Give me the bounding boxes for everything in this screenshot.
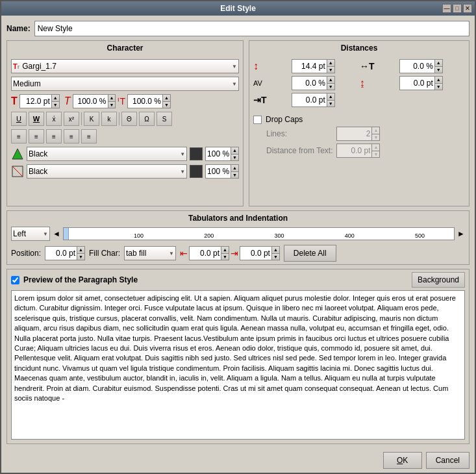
il-down[interactable]: ▼ <box>221 254 229 260</box>
character-panel-body: Tr Gargi_1.7 ▼ Medium ▼ <box>7 55 243 182</box>
distance-label: Distance from Text: <box>266 146 332 155</box>
shadow-button[interactable]: S <box>157 112 172 126</box>
name-input[interactable] <box>34 21 470 36</box>
indent-up[interactable]: ▲ <box>327 94 334 101</box>
scale1-up-button[interactable]: ▲ <box>108 95 116 102</box>
style-combo[interactable]: Medium ▼ <box>11 77 239 91</box>
size-up-button[interactable]: ▲ <box>52 95 59 102</box>
scale1-input[interactable] <box>73 94 108 108</box>
scale2-spin-buttons: ▲ ▼ <box>163 94 171 108</box>
size-down-button[interactable]: ▼ <box>52 102 59 108</box>
maximize-button[interactable]: □ <box>453 4 462 13</box>
scale2-down-button[interactable]: ▼ <box>163 102 170 108</box>
ruler-row: Left ▼ ◄ 100 200 300 400 500 ► <box>7 225 469 242</box>
letter-spacing-icon: ↔T <box>360 61 397 71</box>
indent-right-input[interactable] <box>240 246 272 260</box>
above-input[interactable] <box>292 59 327 73</box>
align-left-button[interactable]: ≡ <box>11 129 27 143</box>
ls-up[interactable]: ▲ <box>435 60 442 67</box>
word-underline-button[interactable]: W <box>29 112 44 126</box>
svg-line-2 <box>12 166 23 177</box>
indent-icon: ⇥T <box>253 95 289 105</box>
indent-left-spin-buttons: ▲ ▼ <box>221 246 229 260</box>
below-up[interactable]: ▲ <box>435 77 442 84</box>
fill-char-value: tab fill <box>126 249 146 258</box>
word-spacing-input[interactable] <box>292 76 327 90</box>
background-color-combo[interactable]: Black ▼ <box>27 164 187 179</box>
size-input[interactable] <box>19 94 52 108</box>
bg-opacity-down[interactable]: ▼ <box>231 172 238 179</box>
align-force-justify-button[interactable]: ≡ <box>81 129 97 143</box>
above-up[interactable]: ▲ <box>327 60 334 67</box>
name-label: Name: <box>6 24 31 33</box>
font-icon: Tr <box>13 62 19 70</box>
ir-up[interactable]: ▲ <box>272 247 279 254</box>
font-combo[interactable]: Tr Gargi_1.7 ▼ <box>11 59 239 73</box>
ruler-mark-500: 500 <box>415 232 425 239</box>
ls-down[interactable]: ▼ <box>435 67 442 73</box>
oldstyle-button[interactable]: Ω <box>139 112 155 126</box>
scale1-down-button[interactable]: ▼ <box>108 102 116 108</box>
align-center-button[interactable]: ≡ <box>29 129 44 143</box>
size-spin-buttons: ▲ ▼ <box>52 94 60 108</box>
position-up[interactable]: ▲ <box>77 247 84 254</box>
letter-spacing-spinbox: ▲ ▼ <box>399 59 465 73</box>
above-down[interactable]: ▼ <box>327 67 334 73</box>
below-down[interactable]: ▼ <box>435 84 442 90</box>
dropcaps-label: Drop Caps <box>266 115 303 124</box>
indent-input[interactable] <box>292 93 327 107</box>
tab-align-combo[interactable]: Left ▼ <box>11 227 50 241</box>
il-up[interactable]: ▲ <box>221 247 229 254</box>
fill-char-combo[interactable]: tab fill ▼ <box>124 246 176 260</box>
below-input[interactable] <box>399 76 435 90</box>
ligature-button[interactable]: Θ <box>121 112 137 126</box>
dropcaps-checkbox[interactable] <box>253 116 262 124</box>
letter-spacing-input[interactable] <box>399 59 435 73</box>
character-panel: Character Tr Gargi_1.7 ▼ <box>6 40 244 206</box>
ir-down[interactable]: ▼ <box>272 254 279 260</box>
indent-down[interactable]: ▼ <box>327 101 334 107</box>
ruler[interactable]: 100 200 300 400 500 <box>63 227 455 240</box>
ruler-right-arrow[interactable]: ► <box>457 229 465 238</box>
fg-opacity-input[interactable] <box>205 147 231 161</box>
small-caps-button[interactable]: k <box>101 112 117 126</box>
indent-left-spinbox: ▲ ▼ <box>189 246 229 260</box>
fg-color-arrow: ▼ <box>180 151 185 157</box>
align-right-button[interactable]: ≡ <box>46 129 62 143</box>
bg-opacity-input[interactable] <box>205 164 231 179</box>
fg-opacity-down[interactable]: ▼ <box>231 155 238 161</box>
underline-button[interactable]: U <box>11 112 27 126</box>
fg-opacity-up[interactable]: ▲ <box>231 147 238 155</box>
indent-left-icon: ⇤ <box>180 248 188 258</box>
position-down[interactable]: ▼ <box>77 254 84 260</box>
window-controls: — □ ✕ <box>442 4 472 13</box>
format-buttons-row: U W xͯ x² K k Θ Ω S <box>11 112 239 126</box>
preview-checkbox[interactable] <box>11 276 19 284</box>
position-input[interactable] <box>45 246 77 260</box>
indent-controls: ⇤ ▲ ▼ ⇥ ▲ ▼ <box>180 246 280 260</box>
superscript-button[interactable]: x² <box>64 112 79 126</box>
align-justify-button[interactable]: ≡ <box>64 129 79 143</box>
bg-opacity-spinbox: ▲ ▼ <box>205 164 239 179</box>
bg-opacity-up[interactable]: ▲ <box>231 165 238 172</box>
indent-left-input[interactable] <box>189 246 221 260</box>
word-spacing-icon: AV <box>253 79 289 87</box>
caps-button[interactable]: K <box>84 112 99 126</box>
ws-down[interactable]: ▼ <box>327 84 334 90</box>
foreground-color-combo[interactable]: Black ▼ <box>27 147 187 161</box>
delete-all-button[interactable]: Delete All <box>284 245 336 262</box>
strikethrough-button[interactable]: xͯ <box>46 112 62 126</box>
cancel-button[interactable]: Cancel <box>426 452 470 469</box>
close-button[interactable]: ✕ <box>463 4 472 13</box>
lines-label: Lines: <box>266 129 332 138</box>
ok-button[interactable]: OK <box>383 452 422 469</box>
ws-up[interactable]: ▲ <box>327 77 334 84</box>
below-spin-buttons: ▲ ▼ <box>435 76 443 90</box>
minimize-button[interactable]: — <box>442 4 451 13</box>
background-button[interactable]: Background <box>412 272 465 288</box>
scale2-input[interactable] <box>127 94 163 108</box>
ruler-left-arrow[interactable]: ◄ <box>53 229 60 238</box>
scale2-up-button[interactable]: ▲ <box>163 95 170 102</box>
edit-style-window: Edit Style — □ ✕ Name: Character <box>0 0 476 474</box>
above-spin-buttons: ▲ ▼ <box>327 59 335 73</box>
